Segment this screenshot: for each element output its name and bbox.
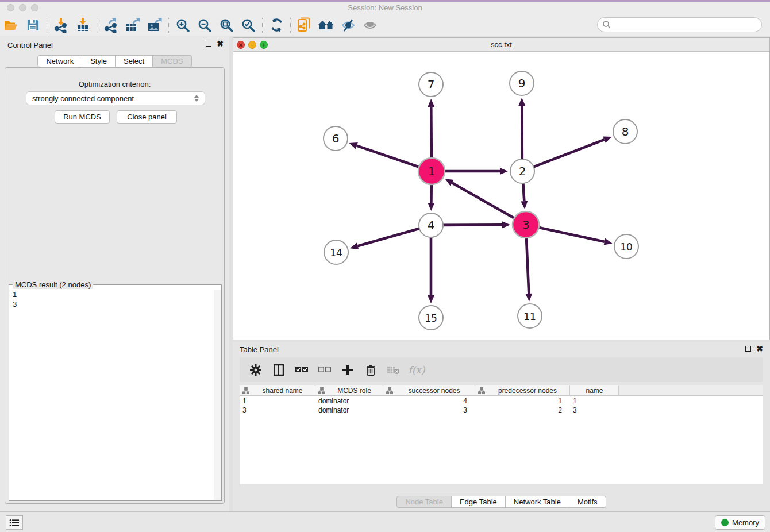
graph-node-label: 14 [330,247,342,259]
function-builder-icon: f(x) [408,364,425,376]
export-image-icon [147,18,163,33]
result-scrollbar[interactable] [214,290,221,500]
control-panel-title: Control Panel [7,41,53,49]
graph-edge-4-14[interactable] [358,228,421,246]
zoom-selected-button[interactable] [237,16,259,35]
float-panel-icon[interactable] [206,41,211,47]
unselect-all-columns-button[interactable] [318,363,332,377]
tab-node-table[interactable]: Node Table [396,496,452,508]
close-panel-button[interactable]: Close panel [117,110,177,124]
graph-edge-arrow [350,243,359,250]
cell-mcds-role[interactable]: dominator [315,397,383,405]
memory-button[interactable]: Memory [715,515,765,530]
close-panel-icon[interactable]: ✖ [217,41,224,47]
float-table-panel-icon[interactable] [745,346,751,352]
import-table-button[interactable] [72,16,94,35]
first-neighbors-button[interactable] [315,16,337,35]
cell-predecessor-nodes[interactable]: 2 [475,406,570,414]
table-row[interactable]: 1 dominator 4 1 1 [240,396,763,406]
mcds-result-text[interactable]: 1 3 [10,290,213,499]
memory-status-icon [721,519,729,526]
toolbar-separator [97,18,97,33]
column-label: predecessor nodes [488,387,569,395]
cell-name[interactable]: 3 [570,406,619,414]
column-header-mcds-role[interactable]: MCDS role [315,385,383,395]
show-column-button[interactable] [272,363,286,377]
new-network-from-selection-button[interactable] [294,16,315,35]
refresh-layout-icon [270,18,284,32]
table-settings-button[interactable] [249,363,263,377]
column-label: successor nodes [396,387,475,395]
export-network-button[interactable] [100,16,122,35]
function-builder-button[interactable]: f(x) [410,363,424,377]
tab-style[interactable]: Style [82,55,116,67]
import-network-icon [53,18,68,33]
export-table-button[interactable] [122,16,144,35]
graph-node-label: 4 [428,218,435,232]
cell-successor-nodes[interactable]: 3 [383,406,475,414]
graph-edge-3-1[interactable] [452,183,515,218]
graph-edge-arrow [521,201,528,209]
cell-name[interactable]: 1 [570,397,619,405]
delete-table-button[interactable] [387,363,401,377]
select-all-columns-icon [295,367,308,373]
column-header-successor-nodes[interactable]: successor nodes [383,385,475,395]
tab-network[interactable]: Network [37,55,82,67]
main-toolbar [0,14,770,36]
run-mcds-button[interactable]: Run MCDS [55,110,110,124]
tab-motifs[interactable]: Motifs [569,496,606,508]
toolbar-separator [262,18,263,33]
export-image-button[interactable] [144,16,165,35]
select-all-columns-button[interactable] [295,363,309,377]
task-history-button[interactable] [6,515,23,530]
tab-mcds[interactable]: MCDS [153,55,191,67]
hierarchy-icon [242,387,249,394]
hide-selected-button[interactable] [337,16,359,35]
graph-edge-4-3[interactable] [442,225,502,225]
open-session-button[interactable] [0,16,22,35]
graph-edge-3-10[interactable] [538,227,605,241]
refresh-layout-button[interactable] [265,16,287,35]
graph-node-label: 15 [425,313,437,324]
show-all-button[interactable] [359,16,381,35]
cell-mcds-role[interactable]: dominator [315,406,383,414]
graph-edge-1-7[interactable] [431,107,432,159]
toolbar-separator [47,18,47,33]
network-window-titlebar[interactable]: ✕ − + scc.txt [233,38,769,52]
cell-shared-name[interactable]: 3 [240,406,315,414]
search-box[interactable] [597,17,762,32]
graph-edge-arrow [428,203,434,211]
open-session-icon [3,18,18,32]
save-session-button[interactable] [22,16,44,35]
zoom-out-button[interactable] [194,16,215,35]
selected-option: strongly connected component [32,94,194,103]
graph-edge-3-11[interactable] [526,237,529,294]
import-network-button[interactable] [50,16,72,35]
zoom-fit-button[interactable] [215,16,237,35]
network-view-window: ✕ − + scc.txt 7968124314101511 [233,37,770,340]
tab-network-table[interactable]: Network Table [506,496,569,508]
hierarchy-icon [478,387,485,394]
delete-column-button[interactable] [364,363,378,377]
create-column-button[interactable] [341,363,355,377]
tab-edge-table[interactable]: Edge Table [452,496,506,508]
cell-shared-name[interactable]: 1 [240,397,315,405]
search-input[interactable] [611,19,761,30]
column-header-name[interactable]: name [570,385,619,395]
column-header-shared-name[interactable]: shared name [240,385,315,395]
graph-edge-2-8[interactable] [533,140,605,167]
optimization-criterion-select[interactable]: strongly connected component [26,91,205,105]
column-header-predecessor-nodes[interactable]: predecessor nodes [475,385,570,395]
graph-edge-1-6[interactable] [357,146,420,168]
tab-select[interactable]: Select [116,55,153,67]
table-row[interactable]: 3 dominator 3 2 3 [240,406,763,415]
close-table-panel-icon[interactable]: ✖ [756,346,763,352]
graph-edge-2-9[interactable] [522,106,522,160]
table-tabs: Node Table Edge Table Network Table Moti… [233,496,770,508]
header-filler [619,385,763,395]
zoom-in-button[interactable] [172,16,194,35]
cell-predecessor-nodes[interactable]: 1 [475,397,570,405]
network-canvas[interactable]: 7968124314101511 [233,52,769,340]
graph-edge-2-3[interactable] [523,182,524,201]
cell-successor-nodes[interactable]: 4 [383,397,475,405]
